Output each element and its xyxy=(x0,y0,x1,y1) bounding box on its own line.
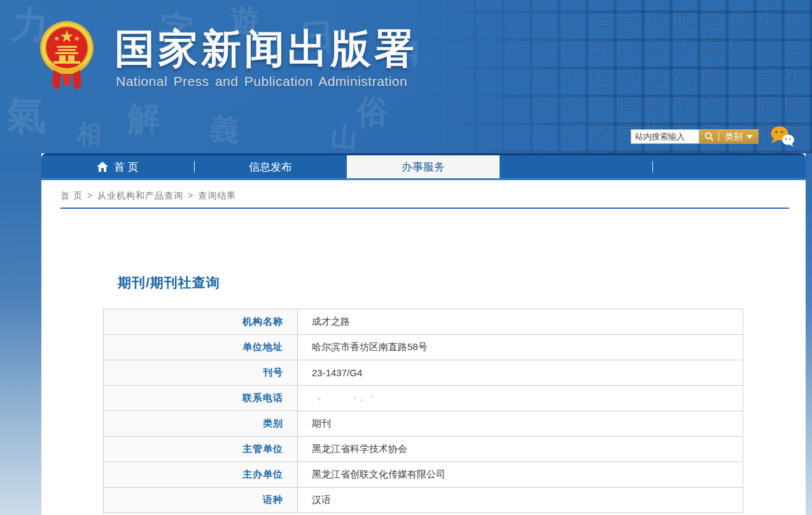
nav-item-label: 首 页 xyxy=(114,160,139,174)
table-row: 联系电话 xyxy=(104,386,743,411)
table-row: 语种 汉语 xyxy=(104,488,743,513)
table-row: 主办单位 黑龙江省创联文化传媒有限公司 xyxy=(104,462,743,488)
site-title: 国家新闻出版署 xyxy=(115,22,417,76)
china-national-emblem-icon xyxy=(39,19,94,94)
redacted-phone-smudge xyxy=(312,395,407,402)
row-label: 机构名称 xyxy=(104,309,298,335)
site-header: 力 少 氣 字 遊 日 解 義 俗 書 相 山 龍合水諸見瑞王合水而陸葛水符氣而… xyxy=(0,0,812,153)
breadcrumb-separator: > xyxy=(87,190,93,201)
home-icon xyxy=(97,162,108,172)
nav-item-label: 办事服务 xyxy=(402,160,445,174)
journal-info-table: 机构名称 成才之路 单位地址 哈尔滨市香坊区南直路58号 刊号 23-1437/… xyxy=(103,309,743,513)
organization-name-value: 成才之路 xyxy=(298,309,743,335)
search-category-dropdown[interactable]: 类别 xyxy=(719,129,759,144)
sponsor-unit-value: 黑龙江省创联文化传媒有限公司 xyxy=(298,462,743,488)
watermark-glyph: 相 xyxy=(76,121,102,146)
wechat-icon[interactable] xyxy=(769,125,795,147)
breadcrumb-home-link[interactable]: 首 页 xyxy=(60,190,83,201)
nav-separator xyxy=(652,161,653,173)
watermark-glyph: 義 xyxy=(209,113,241,146)
breadcrumb-separator: > xyxy=(188,190,193,201)
watermark-glyph: 解 xyxy=(127,102,160,135)
content-panel: 首 页 信息发布 办事服务 首 页>从业机构和产品查询>查询结果 期刊/期刊社查… xyxy=(41,153,806,515)
row-label: 类别 xyxy=(104,411,298,437)
nav-item-home[interactable]: 首 页 xyxy=(41,155,194,178)
row-label: 主办单位 xyxy=(104,462,298,488)
search-category-label: 类别 xyxy=(725,131,743,143)
nav-item-label: 信息发布 xyxy=(249,160,292,174)
supervisor-unit-value: 黑龙江省科学技术协会 xyxy=(298,437,743,462)
phone-value xyxy=(298,386,743,411)
search-icon xyxy=(704,132,714,141)
table-row: 类别 期刊 xyxy=(104,411,743,437)
table-row: 刊号 23-1437/G4 xyxy=(104,360,743,386)
row-label: 语种 xyxy=(104,488,298,513)
search-button[interactable] xyxy=(699,129,718,144)
nav-item-services[interactable]: 办事服务 xyxy=(347,155,500,178)
row-label: 联系电话 xyxy=(104,386,298,411)
breadcrumb: 首 页>从业机构和产品查询>查询结果 xyxy=(41,180,806,202)
search-gold-group: 类别 xyxy=(699,129,759,144)
row-label: 主管单位 xyxy=(104,437,298,462)
watermark-glyph: 俗 xyxy=(356,95,388,127)
category-value: 期刊 xyxy=(298,411,743,437)
site-search-bar: 类别 xyxy=(631,129,759,144)
watermark-glyph: 山 xyxy=(330,123,359,152)
search-input[interactable] xyxy=(631,129,699,144)
issn-number-value: 23-1437/G4 xyxy=(298,360,743,386)
breadcrumb-rule xyxy=(60,208,789,209)
caret-down-icon xyxy=(746,135,753,139)
row-label: 单位地址 xyxy=(104,335,298,360)
breadcrumb-query-link[interactable]: 从业机构和产品查询 xyxy=(97,190,183,201)
main-nav: 首 页 信息发布 办事服务 xyxy=(41,153,806,180)
table-row: 单位地址 哈尔滨市香坊区南直路58号 xyxy=(104,335,743,360)
table-row: 机构名称 成才之路 xyxy=(104,309,743,335)
site-subtitle: National Press and Publication Administr… xyxy=(116,74,407,89)
row-label: 刊号 xyxy=(104,360,298,386)
address-value: 哈尔滨市香坊区南直路58号 xyxy=(298,335,743,360)
breadcrumb-current: 查询结果 xyxy=(198,190,236,201)
nav-item-news[interactable]: 信息发布 xyxy=(194,155,347,178)
watermark-glyph: 氣 xyxy=(6,95,46,135)
language-value: 汉语 xyxy=(298,488,743,513)
table-row: 主管单位 黑龙江省科学技术协会 xyxy=(104,437,743,462)
page-title: 期刊/期刊社查询 xyxy=(118,274,806,292)
